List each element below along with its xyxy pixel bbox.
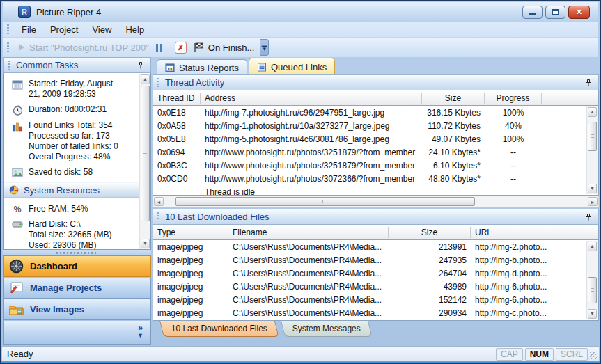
- file-row[interactable]: image/pjpeg C:\Users\Russ\Documents\PR4\…: [153, 240, 598, 253]
- toolbar-drag-handle[interactable]: [7, 42, 9, 52]
- scroll-up-arrow[interactable]: ▲: [141, 74, 150, 84]
- pause-button[interactable]: [156, 44, 162, 52]
- task-links: Found Links Total: 354 Processed so far:…: [11, 120, 137, 162]
- scroll-up-arrow[interactable]: ▲: [588, 242, 597, 251]
- sidebar-scrollbar[interactable]: ▲ ▼: [139, 74, 150, 249]
- sidebar: Common Tasks Started: Friday, August 21,…: [3, 57, 151, 345]
- task-started: Started: Friday, August 21, 2009 19:28:5…: [11, 79, 137, 100]
- pin-icon[interactable]: [136, 61, 145, 70]
- bottom-tabs: 10 Last Downloaded Files System Messages: [159, 321, 368, 338]
- thread-table-scrollbar[interactable]: ▲ ▼: [586, 106, 598, 194]
- col-empty: [542, 93, 572, 104]
- view-images-icon: [9, 303, 24, 316]
- menu-project[interactable]: Project: [43, 22, 85, 37]
- scroll-thumb[interactable]: [588, 277, 597, 303]
- panel-drag-handle[interactable]: [8, 61, 10, 70]
- thread-rows: 0x0E18 http://img-7.photosight.ru/c96/29…: [153, 106, 598, 196]
- file-row[interactable]: image/pjpeg C:\Users\Russ\Documents\PR4\…: [153, 293, 598, 306]
- scroll-down-arrow[interactable]: ▼: [588, 309, 597, 319]
- status-reports-icon: [165, 63, 175, 72]
- panel-drag-handle[interactable]: [157, 78, 159, 87]
- caps-lock-indicator: CAP: [496, 348, 523, 361]
- scroll-down-arrow[interactable]: ▼: [141, 239, 150, 248]
- nav-options-button[interactable]: »▼: [137, 324, 143, 339]
- nav-manage-projects[interactable]: Manage Projects: [3, 277, 151, 299]
- thread-row[interactable]: 0x0E18 http://img-7.photosight.ru/c96/29…: [153, 106, 598, 119]
- stopwatch-icon: [11, 104, 24, 116]
- horizontal-scrollbar[interactable]: ◄ ►: [153, 196, 599, 207]
- common-tasks-header: Common Tasks: [3, 57, 151, 73]
- hard-disk-icon: [11, 219, 24, 250]
- thread-activity-header: Thread Activity: [153, 74, 599, 90]
- nav-dashboard[interactable]: Dashboard: [3, 255, 151, 277]
- percent-icon: %: [11, 204, 24, 214]
- system-resources-header[interactable]: System Resources: [4, 182, 139, 198]
- menu-file[interactable]: File: [15, 22, 43, 37]
- downloaded-files-header: 10 Last Downloaded Files: [153, 209, 599, 225]
- scroll-up-arrow[interactable]: ▲: [588, 107, 597, 117]
- scroll-thumb[interactable]: [175, 197, 475, 206]
- on-finish-button[interactable]: On Finish...: [192, 42, 258, 53]
- manage-projects-icon: [9, 281, 24, 294]
- panel-drag-handle[interactable]: [157, 212, 159, 221]
- tab-last-downloaded-files[interactable]: 10 Last Downloaded Files: [159, 321, 279, 337]
- scroll-left-arrow[interactable]: ◄: [154, 197, 164, 206]
- scroll-lock-indicator: SCRL: [556, 348, 588, 361]
- downloaded-files-table: Type Filename Size URL image/pjpeg C:\Us…: [153, 225, 599, 321]
- pin-icon[interactable]: [584, 79, 593, 87]
- calendar-icon: [11, 79, 24, 100]
- files-rows: image/pjpeg C:\Users\Russ\Documents\PR4\…: [153, 240, 598, 319]
- thread-row[interactable]: Thread is idle: [153, 185, 598, 196]
- scroll-thumb[interactable]: [141, 86, 150, 221]
- menubar-drag-handle[interactable]: [7, 24, 9, 34]
- file-row[interactable]: image/pjpeg C:\Users\Russ\Documents\PR4\…: [153, 280, 598, 293]
- thread-row[interactable]: 0x0B3C http://www.photosight.ru/photos/3…: [153, 159, 598, 172]
- menu-help[interactable]: Help: [118, 22, 151, 37]
- resource-disk: Hard Disk: C:\ Total size: 32665 (MB) Us…: [11, 219, 137, 250]
- toolbar: Start "Photosight.ru TOP 200" ✗ On Finis…: [3, 38, 598, 57]
- thread-row[interactable]: 0x0A58 http://img-1.photosight.ru/10a/32…: [153, 119, 598, 132]
- status-bar: Ready CAP NUM SCRL: [2, 346, 599, 361]
- menu-bar: File Project View Help: [3, 22, 598, 38]
- pie-chart-icon: [9, 185, 19, 195]
- file-row[interactable]: image/pjpeg C:\Users\Russ\Documents\PR4\…: [153, 253, 598, 267]
- app-icon: R: [18, 6, 31, 18]
- tab-system-messages[interactable]: System Messages: [281, 321, 373, 337]
- sidebar-splitter[interactable]: [3, 250, 151, 255]
- toolbar-overflow-button[interactable]: ▬▼: [260, 39, 269, 56]
- close-button[interactable]: ✕: [568, 6, 590, 19]
- window-title: Picture Ripper 4: [36, 7, 101, 17]
- scroll-right-arrow[interactable]: ►: [588, 197, 598, 206]
- resource-ram: % Free RAM: 54%: [11, 204, 137, 214]
- thread-row[interactable]: 0x0694 http://www.photosight.ru/photos/3…: [153, 145, 598, 159]
- col-progress[interactable]: Progress: [485, 93, 542, 104]
- menu-view[interactable]: View: [85, 22, 118, 37]
- scroll-down-arrow[interactable]: ▼: [588, 184, 597, 193]
- thread-row[interactable]: 0x0CD0 http://www.photosight.ru/photos/3…: [153, 172, 598, 185]
- scroll-thumb[interactable]: [588, 122, 597, 151]
- stop-button[interactable]: ✗: [175, 42, 187, 54]
- tab-queued-links[interactable]: Queued Links: [249, 58, 335, 75]
- file-row[interactable]: image/pjpeg C:\Users\Russ\Documents\PR4\…: [153, 306, 598, 319]
- app-window: R Picture Ripper 4 ✕ File Project View H…: [0, 0, 601, 364]
- resize-grip[interactable]: [590, 352, 597, 359]
- col-size[interactable]: Size: [422, 93, 485, 104]
- col-type[interactable]: Type: [153, 227, 228, 238]
- col-filename[interactable]: Filename: [228, 227, 389, 238]
- maximize-button[interactable]: [545, 6, 565, 19]
- files-table-scrollbar[interactable]: ▲ ▼: [586, 241, 598, 319]
- minimize-button[interactable]: [522, 6, 543, 19]
- thread-row[interactable]: 0x05E8 http://img-5.photosight.ru/4c6/30…: [153, 132, 598, 145]
- task-saved: Saved to disk: 58: [11, 167, 137, 177]
- nav-view-images[interactable]: View Images: [3, 299, 151, 320]
- pin-icon[interactable]: [584, 213, 593, 221]
- dashboard-icon: [9, 259, 24, 274]
- col-thread-id[interactable]: Thread ID: [153, 93, 201, 104]
- start-button[interactable]: Start "Photosight.ru TOP 200": [15, 42, 153, 53]
- col-size[interactable]: Size: [389, 227, 471, 238]
- col-address[interactable]: Address: [201, 93, 422, 104]
- files-table-header: Type Filename Size URL: [153, 225, 598, 240]
- file-row[interactable]: image/pjpeg C:\Users\Russ\Documents\PR4\…: [153, 267, 598, 280]
- tab-status-reports[interactable]: Status Reports: [157, 59, 247, 75]
- col-url[interactable]: URL: [471, 227, 575, 238]
